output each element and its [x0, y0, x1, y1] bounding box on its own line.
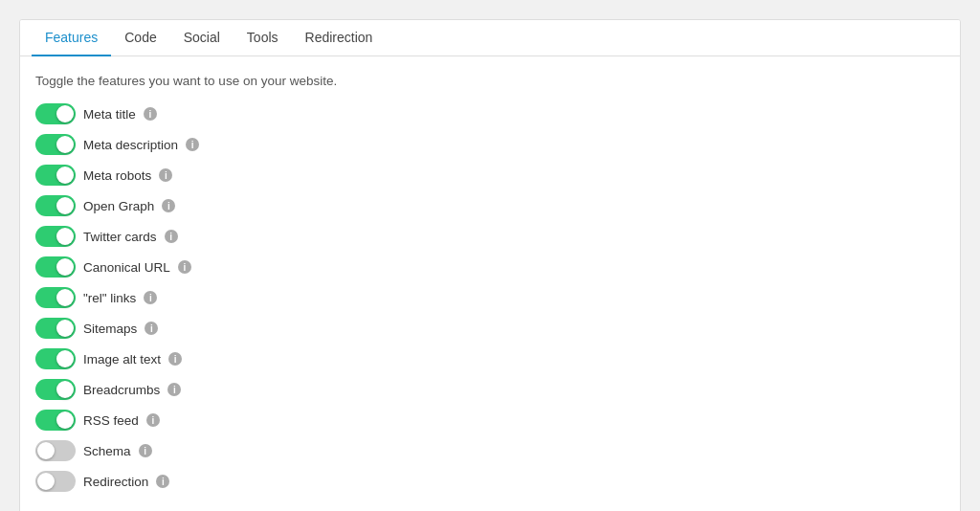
feature-label-breadcrumbs: Breadcrumbs: [83, 383, 160, 397]
info-icon-sitemaps: i: [145, 322, 158, 335]
feature-label-twitter-cards: Twitter cards: [83, 230, 157, 244]
info-icon-meta-title: i: [144, 107, 157, 121]
feature-row-canonical-url: Canonical URLi: [35, 256, 945, 278]
info-icon-meta-description: i: [186, 138, 199, 151]
feature-label-redirection: Redirection: [83, 475, 148, 489]
feature-label-canonical-url: Canonical URL: [83, 260, 170, 275]
info-icon-canonical-url: i: [178, 260, 191, 274]
toggle-canonical-url[interactable]: [35, 256, 76, 278]
toggle-twitter-cards[interactable]: [35, 226, 76, 247]
tab-redirection[interactable]: Redirection: [292, 20, 387, 56]
toggle-meta-title[interactable]: [35, 103, 76, 124]
info-icon-rel-links: i: [144, 291, 157, 304]
subtitle: Toggle the features you want to use on y…: [35, 74, 945, 88]
feature-label-schema: Schema: [83, 444, 131, 458]
info-icon-redirection: i: [156, 475, 169, 488]
feature-label-open-graph: Open Graph: [83, 199, 154, 213]
feature-label-sitemaps: Sitemaps: [83, 322, 137, 336]
feature-row-redirection: Redirectioni: [35, 471, 945, 492]
tab-code[interactable]: Code: [111, 20, 169, 56]
feature-row-meta-description: Meta descriptioni: [35, 134, 945, 155]
info-icon-open-graph: i: [162, 199, 175, 212]
toggle-rel-links[interactable]: [35, 287, 76, 308]
feature-label-meta-description: Meta description: [83, 138, 178, 152]
feature-row-rel-links: "rel" linksi: [35, 287, 945, 308]
feature-row-sitemaps: Sitemapsi: [35, 318, 945, 339]
tab-tools[interactable]: Tools: [234, 20, 292, 56]
toggle-open-graph[interactable]: [35, 195, 76, 216]
feature-row-schema: Schemai: [35, 440, 945, 461]
settings-panel: FeaturesCodeSocialToolsRedirection Toggl…: [19, 19, 961, 511]
feature-label-rel-links: "rel" links: [83, 291, 136, 305]
info-icon-schema: i: [139, 444, 152, 457]
feature-row-image-alt-text: Image alt texti: [35, 348, 945, 369]
toggle-rss-feed[interactable]: [35, 410, 76, 431]
feature-row-open-graph: Open Graphi: [35, 195, 945, 216]
info-icon-meta-robots: i: [159, 168, 172, 182]
features-list: Meta titleiMeta descriptioniMeta robotsi…: [35, 103, 945, 492]
toggle-meta-description[interactable]: [35, 134, 76, 155]
feature-row-meta-robots: Meta robotsi: [35, 165, 945, 186]
toggle-image-alt-text[interactable]: [35, 348, 76, 369]
feature-row-meta-title: Meta titlei: [35, 103, 945, 124]
content-area: Toggle the features you want to use on y…: [20, 56, 960, 511]
toggle-schema[interactable]: [35, 440, 76, 461]
feature-row-breadcrumbs: Breadcrumbsi: [35, 379, 945, 400]
feature-label-image-alt-text: Image alt text: [83, 352, 161, 367]
info-icon-rss-feed: i: [146, 413, 160, 427]
feature-label-rss-feed: RSS feed: [83, 413, 139, 428]
info-icon-breadcrumbs: i: [167, 383, 181, 396]
info-icon-twitter-cards: i: [165, 230, 178, 243]
info-icon-image-alt-text: i: [168, 352, 182, 366]
tab-bar: FeaturesCodeSocialToolsRedirection: [20, 20, 960, 56]
toggle-sitemaps[interactable]: [35, 318, 76, 339]
toggle-breadcrumbs[interactable]: [35, 379, 76, 400]
tab-features[interactable]: Features: [32, 20, 111, 56]
feature-label-meta-title: Meta title: [83, 107, 136, 122]
toggle-meta-robots[interactable]: [35, 165, 76, 186]
tab-social[interactable]: Social: [170, 20, 234, 56]
feature-label-meta-robots: Meta robots: [83, 168, 151, 183]
feature-row-rss-feed: RSS feedi: [35, 410, 945, 431]
toggle-redirection[interactable]: [35, 471, 76, 492]
feature-row-twitter-cards: Twitter cardsi: [35, 226, 945, 247]
